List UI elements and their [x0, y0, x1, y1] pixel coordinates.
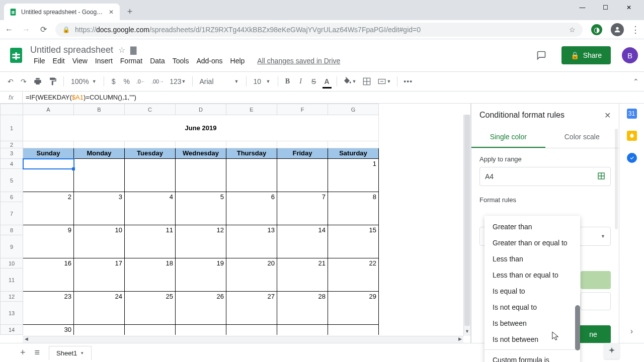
day-header[interactable]: Tuesday: [125, 148, 176, 159]
calendar-cell[interactable]: 14: [277, 225, 328, 235]
calendar-cell[interactable]: [74, 159, 125, 169]
close-sidebar-button[interactable]: ✕: [604, 111, 611, 120]
calendar-title[interactable]: June 2019: [23, 115, 379, 141]
rule-option-lte[interactable]: Less than or equal to: [485, 267, 580, 283]
share-button[interactable]: 🔒 Share: [561, 46, 611, 64]
dropdown-scrollbar[interactable]: [575, 305, 580, 350]
url-input[interactable]: 🔒 https://docs.google.com/spreadsheets/d…: [55, 23, 583, 37]
row-header[interactable]: 8: [1, 225, 23, 235]
row-header[interactable]: 12: [1, 292, 23, 302]
hide-sidepanel-button[interactable]: ›: [630, 327, 633, 336]
calendar-cell[interactable]: [176, 268, 226, 292]
calendar-cell[interactable]: [23, 169, 74, 192]
add-sheet-button[interactable]: +: [20, 347, 26, 358]
sheet-tab-1[interactable]: Sheet1 ▼: [49, 346, 92, 360]
calendar-cell[interactable]: 27: [226, 292, 277, 302]
calendar-cell[interactable]: [277, 202, 328, 225]
calendar-cell[interactable]: [176, 325, 226, 335]
calendar-cell[interactable]: 25: [125, 292, 176, 302]
day-header[interactable]: Sunday: [23, 148, 74, 159]
calendar-cell[interactable]: 2: [23, 192, 74, 202]
calendar-cell[interactable]: [328, 325, 379, 335]
day-header[interactable]: Monday: [74, 148, 125, 159]
calendar-cell[interactable]: 5: [176, 192, 226, 202]
select-range-icon[interactable]: [597, 172, 605, 182]
calendar-cell[interactable]: [176, 202, 226, 225]
row-header[interactable]: 6: [1, 192, 23, 202]
format-preview-custom[interactable]: [581, 292, 611, 310]
col-header-F[interactable]: F: [277, 104, 328, 115]
new-tab-button[interactable]: +: [123, 5, 137, 19]
move-folder-icon[interactable]: ▇: [130, 45, 136, 55]
calendar-cell[interactable]: 28: [277, 292, 328, 302]
rule-option-greater-than[interactable]: Greater than: [485, 219, 580, 235]
calendar-cell[interactable]: 20: [226, 258, 277, 268]
forward-button[interactable]: →: [21, 25, 31, 34]
paint-format-button[interactable]: [46, 75, 59, 88]
day-header[interactable]: Friday: [277, 148, 328, 159]
extension-button[interactable]: ◑: [590, 23, 604, 37]
italic-button[interactable]: I: [295, 75, 306, 87]
row-header-3[interactable]: 3: [1, 148, 23, 159]
calendar-cell[interactable]: [176, 159, 226, 169]
all-sheets-button[interactable]: ≡: [35, 347, 40, 358]
calendar-cell[interactable]: [74, 202, 125, 225]
close-window-button[interactable]: ✕: [617, 0, 640, 15]
calendar-cell[interactable]: [277, 159, 328, 169]
print-button[interactable]: [31, 75, 44, 88]
row-header[interactable]: 7: [1, 202, 23, 225]
back-button[interactable]: ←: [4, 25, 14, 34]
calendar-cell[interactable]: [176, 302, 226, 325]
day-header[interactable]: Saturday: [328, 148, 379, 159]
calendar-cell[interactable]: 17: [74, 258, 125, 268]
row-header-2[interactable]: 2: [1, 141, 23, 148]
calendar-cell[interactable]: [23, 268, 74, 292]
more-tools-button[interactable]: •••: [401, 75, 415, 87]
calendar-cell[interactable]: [125, 159, 176, 169]
calendar-cell[interactable]: [226, 302, 277, 325]
calendar-cell[interactable]: [74, 268, 125, 292]
keep-addon-icon[interactable]: [627, 131, 637, 141]
menu-insert[interactable]: Insert: [92, 56, 116, 66]
calendar-cell[interactable]: [125, 202, 176, 225]
zoom-select[interactable]: 100%▼: [68, 77, 100, 85]
menu-addons[interactable]: Add-ons: [193, 56, 226, 66]
formula-input[interactable]: =IF(WEEKDAY($A1)=COLUMN(),1,""): [23, 94, 139, 102]
account-avatar[interactable]: B: [622, 47, 638, 63]
calendar-cell[interactable]: [226, 202, 277, 225]
calendar-cell[interactable]: 13: [226, 225, 277, 235]
calendar-cell[interactable]: 21: [277, 258, 328, 268]
calendar-cell[interactable]: [328, 268, 379, 292]
rule-option-not-equal[interactable]: Is not equal to: [485, 299, 580, 315]
rule-option-gte[interactable]: Greater than or equal to: [485, 235, 580, 251]
calendar-cell[interactable]: 23: [23, 292, 74, 302]
calendar-cell[interactable]: 18: [125, 258, 176, 268]
sheet-tab-menu-icon[interactable]: ▼: [80, 351, 84, 355]
calendar-cell[interactable]: [277, 268, 328, 292]
chrome-menu-button[interactable]: ⋮: [631, 24, 640, 35]
sheets-logo-icon[interactable]: [6, 45, 26, 65]
row-header[interactable]: 13: [1, 302, 23, 325]
calendar-cell[interactable]: 1: [328, 159, 379, 169]
calendar-cell[interactable]: [125, 302, 176, 325]
calendar-cell[interactable]: 8: [328, 192, 379, 202]
calendar-cell[interactable]: [226, 325, 277, 335]
fontsize-select[interactable]: 10▼: [251, 77, 274, 85]
rule-option-equal[interactable]: Is equal to: [485, 283, 580, 299]
calendar-cell[interactable]: 24: [74, 292, 125, 302]
col-header-B[interactable]: B: [74, 104, 125, 115]
col-header-D[interactable]: D: [176, 104, 226, 115]
redo-button[interactable]: ↷: [18, 75, 29, 87]
document-name[interactable]: Untitled spreadsheet: [30, 45, 113, 55]
calendar-cell[interactable]: [125, 268, 176, 292]
calendar-cell[interactable]: [74, 325, 125, 335]
col-header-E[interactable]: E: [226, 104, 277, 115]
calendar-cell[interactable]: 4: [125, 192, 176, 202]
rule-option-custom-formula[interactable]: Custom formula is: [485, 352, 580, 362]
increase-decimal-button[interactable]: .00→: [149, 76, 166, 86]
text-color-button[interactable]: A: [321, 75, 333, 87]
rule-option-less-than[interactable]: Less than: [485, 251, 580, 267]
calendar-cell[interactable]: [125, 169, 176, 192]
row-header[interactable]: 14: [1, 325, 23, 335]
merge-button[interactable]: ▼: [375, 75, 393, 88]
